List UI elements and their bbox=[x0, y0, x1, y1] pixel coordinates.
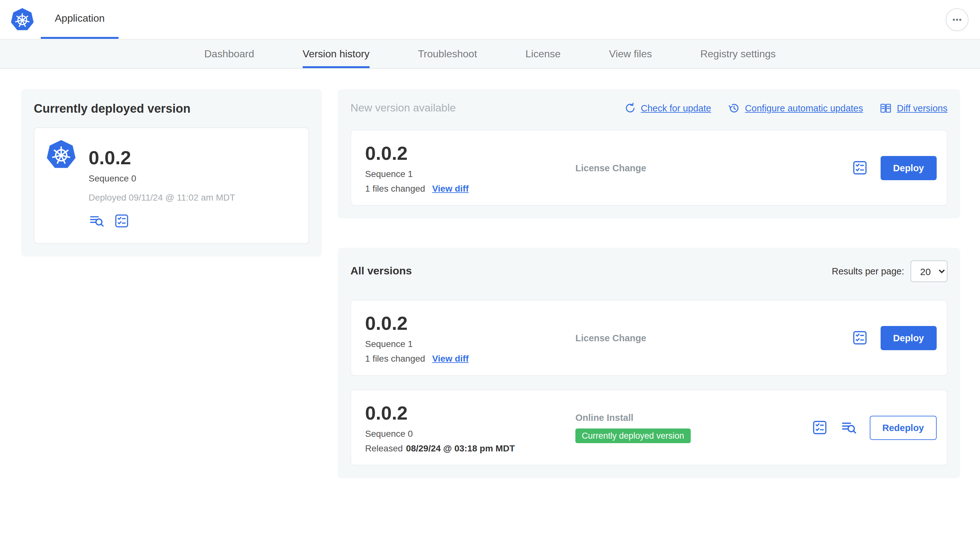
app-root: Application Dashboard Version history Tr… bbox=[0, 0, 980, 538]
released-label: Released bbox=[365, 443, 403, 453]
version-card-actions: Deploy bbox=[841, 156, 937, 180]
all-versions-panel-head: All versions Results per page: 20 bbox=[350, 260, 948, 282]
redeploy-button[interactable]: Redeploy bbox=[869, 416, 937, 440]
sequence-label: Sequence 1 bbox=[365, 168, 575, 179]
view-logs-button[interactable] bbox=[840, 419, 858, 436]
current-version-title: Currently deployed version bbox=[34, 102, 309, 116]
sequence-label: Sequence 1 bbox=[365, 338, 575, 349]
kubernetes-logo-icon bbox=[10, 7, 34, 32]
view-config-button[interactable] bbox=[113, 213, 130, 229]
tab-dashboard[interactable]: Dashboard bbox=[204, 40, 254, 68]
released-date: 08/29/24 @ 03:18 pm MDT bbox=[406, 443, 515, 453]
check-for-update-icon bbox=[624, 102, 636, 114]
all-versions-panel: All versions Results per page: 20 0.0.2 … bbox=[338, 248, 960, 478]
current-version-info: 0.0.2 Sequence 0 Deployed 09/11/24 @ 11:… bbox=[89, 140, 235, 229]
version-info: 0.0.2 Sequence 0 Released 08/29/24 @ 03:… bbox=[365, 402, 575, 453]
files-changed-row: 1 files changed View diff bbox=[365, 353, 575, 363]
version-row: 0.0.2 Sequence 1 1 files changed View di… bbox=[350, 300, 948, 376]
log-search-icon bbox=[89, 213, 105, 229]
deploy-button[interactable]: Deploy bbox=[880, 326, 937, 350]
version-card-actions: Redeploy bbox=[801, 416, 937, 440]
view-config-button[interactable] bbox=[811, 419, 828, 436]
overflow-menu-icon bbox=[951, 13, 963, 26]
version-info: 0.0.2 Sequence 1 1 files changed View di… bbox=[365, 142, 575, 193]
configure-automatic-updates-label: Configure automatic updates bbox=[745, 103, 863, 113]
files-changed-label: 1 files changed bbox=[365, 353, 425, 363]
main-content: Currently deployed version 0.0.2 Sequenc… bbox=[0, 69, 980, 517]
log-search-icon bbox=[840, 419, 858, 436]
currently-deployed-badge: Currently deployed version bbox=[575, 428, 690, 443]
files-changed-label: 1 files changed bbox=[365, 183, 425, 193]
tab-application[interactable]: Application bbox=[41, 0, 119, 39]
view-config-button[interactable] bbox=[851, 329, 868, 346]
version-source-label: License Change bbox=[575, 333, 646, 343]
configure-updates-icon bbox=[728, 102, 740, 114]
version-source: License Change bbox=[575, 333, 841, 343]
version-number: 0.0.2 bbox=[365, 402, 575, 423]
version-source-label: Online Install bbox=[575, 412, 633, 422]
kubernetes-logo bbox=[8, 0, 40, 39]
checklist-icon bbox=[811, 419, 828, 436]
deploy-button[interactable]: Deploy bbox=[880, 156, 937, 180]
current-version-panel: Currently deployed version 0.0.2 Sequenc… bbox=[21, 89, 322, 257]
files-changed-row: 1 files changed View diff bbox=[365, 183, 575, 193]
tab-troubleshoot[interactable]: Troubleshoot bbox=[418, 40, 477, 68]
app-header: Application bbox=[0, 0, 980, 40]
checklist-icon bbox=[851, 159, 868, 176]
kubernetes-app-icon bbox=[46, 140, 76, 229]
checklist-icon bbox=[113, 213, 130, 229]
results-per-page: Results per page: 20 bbox=[832, 260, 948, 282]
tab-license[interactable]: License bbox=[525, 40, 560, 68]
current-version-actions bbox=[89, 213, 235, 229]
deployed-timestamp: Deployed 09/11/24 @ 11:02 am MDT bbox=[89, 192, 235, 203]
version-number: 0.0.2 bbox=[365, 312, 575, 333]
view-diff-link[interactable]: View diff bbox=[432, 353, 469, 363]
tab-version-history[interactable]: Version history bbox=[303, 40, 369, 68]
version-number: 0.0.2 bbox=[89, 147, 235, 168]
new-version-card: 0.0.2 Sequence 1 1 files changed View di… bbox=[350, 130, 948, 206]
checklist-icon bbox=[851, 329, 868, 346]
current-version-card: 0.0.2 Sequence 0 Deployed 09/11/24 @ 11:… bbox=[34, 127, 309, 244]
sequence-label: Sequence 0 bbox=[365, 428, 575, 438]
sequence-label: Sequence 0 bbox=[89, 173, 235, 183]
view-logs-button[interactable] bbox=[89, 213, 105, 229]
version-card-actions: Deploy bbox=[841, 326, 937, 350]
app-tab-label: Application bbox=[55, 13, 105, 24]
view-config-button[interactable] bbox=[851, 159, 868, 176]
version-source: Online Install Currently deployed versio… bbox=[575, 412, 801, 443]
app-subnav: Dashboard Version history Troubleshoot L… bbox=[0, 40, 980, 69]
check-for-update-label: Check for update bbox=[641, 103, 711, 113]
right-column: New version available Check for update bbox=[338, 89, 960, 478]
released-timestamp: Released 08/29/24 @ 03:18 pm MDT bbox=[365, 443, 575, 453]
diff-versions-icon bbox=[880, 102, 892, 114]
overflow-menu-button[interactable] bbox=[946, 8, 969, 31]
version-source-label: License Change bbox=[575, 163, 646, 173]
tab-view-files[interactable]: View files bbox=[609, 40, 652, 68]
version-actions-links: Check for update Configure automatic up bbox=[624, 102, 948, 114]
all-versions-title: All versions bbox=[350, 265, 412, 278]
diff-versions-label: Diff versions bbox=[897, 103, 948, 113]
version-number: 0.0.2 bbox=[365, 142, 575, 163]
diff-versions-link[interactable]: Diff versions bbox=[880, 102, 948, 114]
view-diff-link[interactable]: View diff bbox=[432, 183, 469, 193]
tab-registry-settings[interactable]: Registry settings bbox=[700, 40, 776, 68]
results-per-page-select[interactable]: 20 bbox=[910, 260, 948, 282]
results-per-page-label: Results per page: bbox=[832, 266, 904, 276]
version-info: 0.0.2 Sequence 1 1 files changed View di… bbox=[365, 312, 575, 363]
configure-automatic-updates-link[interactable]: Configure automatic updates bbox=[728, 102, 863, 114]
version-source: License Change bbox=[575, 163, 841, 173]
check-for-update-link[interactable]: Check for update bbox=[624, 102, 711, 114]
version-row: 0.0.2 Sequence 0 Released 08/29/24 @ 03:… bbox=[350, 390, 948, 465]
new-version-panel: New version available Check for update bbox=[338, 89, 960, 218]
new-version-title: New version available bbox=[350, 102, 456, 114]
new-version-panel-head: New version available Check for update bbox=[350, 102, 948, 114]
